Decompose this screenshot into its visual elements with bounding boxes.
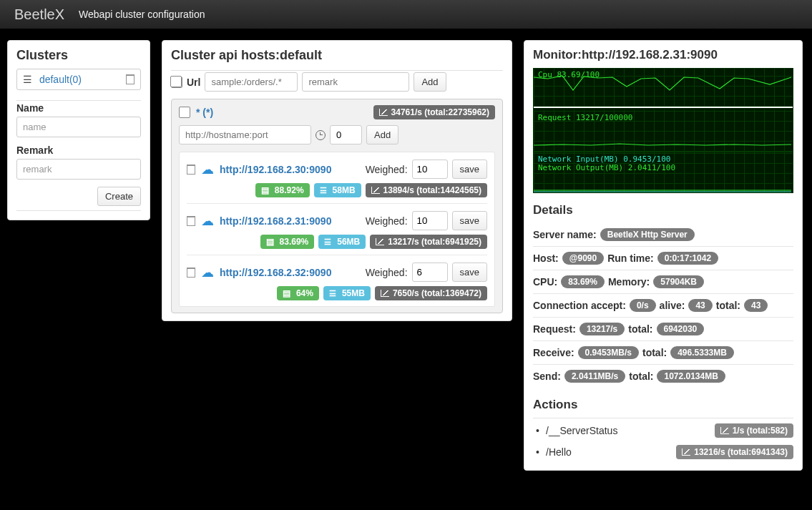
clock-icon: [315, 130, 326, 140]
weight-input[interactable]: [412, 211, 448, 230]
create-button[interactable]: Create: [97, 187, 141, 206]
cpu-badge: 83.69%: [260, 235, 315, 249]
mon-request-label: Request 13217/100000: [538, 113, 632, 122]
cpu-value: 83.69%: [561, 275, 605, 288]
recv-total-label: total:: [642, 347, 667, 358]
runtime-label: Run time:: [607, 252, 654, 264]
host-row: ☁ http://192.168.2.30:9090 Weighed: save…: [187, 152, 487, 204]
req-label: Request:: [533, 323, 576, 335]
cloud-icon: ☁: [201, 162, 214, 177]
runtime-value: 0:0:17:1042: [657, 252, 718, 265]
send-total-value: 1072.0134MB: [657, 370, 725, 383]
send-rate: 2.0411MB/s: [564, 370, 625, 383]
host-input[interactable]: [179, 125, 311, 144]
delete-host-icon[interactable]: [187, 216, 195, 226]
add-url-button[interactable]: Add: [414, 72, 446, 92]
monitor-chart: Cpu 83.69/100 Request 13217/100000 Netwo…: [533, 68, 793, 193]
delete-host-icon[interactable]: [187, 268, 195, 278]
action-row: /Hello 13216/s (total:6941343): [533, 441, 793, 463]
alive-value: 43: [688, 299, 712, 312]
url-remark-input[interactable]: [302, 72, 409, 92]
alive-label: alive:: [660, 300, 685, 311]
monitor-title: Monitor:http://192.168.2.31:9090: [533, 48, 793, 62]
details-title: Details: [533, 203, 793, 217]
name-label: Name: [16, 102, 141, 114]
host-row: ☁ http://192.168.2.32:9090 Weighed: save…: [187, 255, 487, 306]
details-list: Server name:BeetleX Http Server Host:@90…: [533, 223, 793, 388]
mem-badge: 56MB: [318, 235, 366, 249]
checkbox-icon[interactable]: [179, 107, 190, 118]
delete-cluster-icon[interactable]: [126, 74, 134, 84]
save-button[interactable]: save: [452, 160, 487, 179]
chart-icon: [376, 238, 384, 245]
req-total-label: total:: [628, 323, 652, 335]
hosts-title: Cluster api hosts:default: [171, 48, 503, 63]
weighed-label: Weighed:: [366, 164, 408, 175]
server-name-value: BeetleX Http Server: [600, 228, 695, 241]
server-name-label: Server name:: [533, 229, 597, 240]
brand: BeetleX: [14, 6, 64, 23]
default-weight-input[interactable]: [330, 125, 362, 144]
conn-rate: 0/s: [630, 299, 656, 312]
delete-host-icon[interactable]: [187, 165, 195, 175]
weight-input[interactable]: [412, 263, 448, 282]
name-input[interactable]: [16, 117, 141, 137]
save-button[interactable]: save: [452, 211, 487, 230]
cpu-badge: 64%: [277, 286, 319, 300]
chart-icon: [720, 427, 729, 434]
hosts-panel: Cluster api hosts:default Url Add * (*): [162, 40, 512, 321]
clusters-panel: Clusters ☰ default(0) Name Remark Create: [7, 40, 150, 220]
host-stat-badge: 13894/s (total:14424565): [366, 183, 487, 197]
conn-label: Connection accept:: [533, 300, 626, 311]
host-stat-badge: 13217/s (total:6941925): [370, 235, 487, 249]
save-button[interactable]: save: [452, 263, 487, 282]
navbar: BeetleX Webapi cluster configuration: [0, 0, 812, 29]
weighed-label: Weighed:: [366, 215, 408, 227]
host-link[interactable]: http://192.168.2.30:9090: [220, 164, 331, 175]
weight-input[interactable]: [412, 160, 448, 179]
api-name[interactable]: * (*): [196, 107, 213, 118]
host-row: ☁ http://192.168.2.31:9090 Weighed: save…: [187, 204, 487, 255]
action-name: /Hello: [546, 446, 572, 458]
memory-value: 57904KB: [653, 275, 704, 288]
copy-icon[interactable]: [171, 77, 182, 88]
mon-cpu-label: Cpu 83.69/100: [538, 70, 600, 79]
chart-icon: [682, 448, 690, 456]
host-value: @9090: [562, 252, 604, 265]
list-icon: ☰: [23, 74, 32, 85]
req-total-value: 6942030: [657, 323, 705, 335]
url-input[interactable]: [205, 72, 298, 92]
chart-icon: [379, 109, 388, 116]
cluster-link[interactable]: default(0): [39, 74, 82, 85]
mem-badge: 58MB: [314, 183, 361, 197]
action-row: /__ServerStatus 1/s (total:582): [533, 420, 793, 441]
conn-total-value: 43: [744, 299, 768, 312]
mem-badge: 55MB: [323, 286, 371, 300]
req-rate: 13217/s: [579, 323, 625, 335]
action-stat-badge: 1/s (total:582): [715, 423, 793, 438]
recv-rate: 0.9453MB/s: [578, 346, 639, 359]
cpu-label: CPU:: [533, 276, 557, 288]
cpu-badge: 88.92%: [255, 183, 310, 197]
mon-netout-label: Network Output(MB) 2.0411/100: [538, 163, 675, 172]
host-stat-badge: 7650/s (total:1369472): [375, 286, 487, 300]
cloud-icon: ☁: [201, 265, 214, 280]
remark-input[interactable]: [16, 159, 141, 180]
recv-total-value: 496.5333MB: [670, 346, 734, 359]
nav-subtitle: Webapi cluster configuration: [79, 9, 205, 20]
action-name: /__ServerStatus: [546, 425, 617, 436]
cloud-icon: ☁: [201, 213, 214, 229]
send-label: Send:: [533, 371, 561, 382]
chart-icon: [371, 187, 380, 194]
remark-label: Remark: [16, 144, 141, 156]
cluster-item[interactable]: ☰ default(0): [16, 69, 141, 90]
clusters-title: Clusters: [16, 48, 141, 63]
conn-total-label: total:: [716, 300, 740, 311]
actions-title: Actions: [533, 398, 793, 412]
host-link[interactable]: http://192.168.2.32:9090: [220, 267, 331, 278]
host-label: Host:: [533, 252, 559, 264]
weighed-label: Weighed:: [366, 267, 408, 278]
add-host-button[interactable]: Add: [366, 125, 398, 144]
chart-icon: [381, 290, 389, 297]
host-link[interactable]: http://192.168.2.31:9090: [220, 215, 331, 227]
